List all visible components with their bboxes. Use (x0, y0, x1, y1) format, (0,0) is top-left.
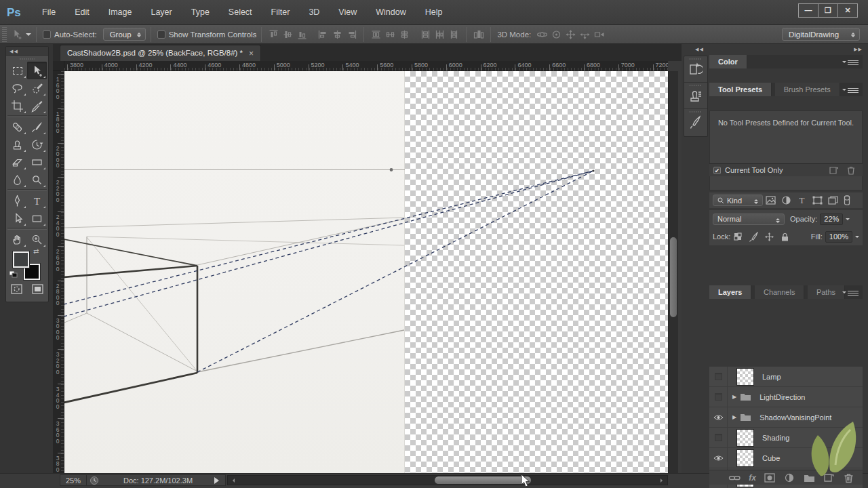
maximize-button[interactable]: ❐ (818, 3, 838, 18)
distribute-right-edges-icon[interactable] (448, 29, 460, 40)
layer-row-lamp[interactable]: Lamp (709, 367, 863, 387)
lasso-tool[interactable] (7, 79, 27, 97)
distribute-vertical-centers-icon[interactable] (384, 29, 396, 40)
horizontal-scrollbar-thumb[interactable] (435, 476, 531, 484)
minimize-button[interactable]: — (798, 3, 818, 18)
lock-position-icon[interactable] (764, 232, 775, 242)
3d-orbit-icon[interactable] (536, 29, 548, 40)
filter-kind-dropdown[interactable]: Kind (713, 195, 763, 206)
distribute-bottom-edges-icon[interactable] (399, 29, 410, 40)
rectangular-marquee-tool[interactable] (7, 62, 27, 79)
fill-value-field[interactable]: 100% (825, 231, 852, 243)
document-size-info[interactable]: Doc: 127.2M/102.3M (102, 476, 214, 485)
layer-visibility-toggle[interactable] (709, 407, 728, 427)
collapse-panels-icon[interactable]: ◀◀ (695, 44, 704, 54)
vertical-scrollbar[interactable] (668, 71, 678, 473)
align-horizontal-centers-icon[interactable] (332, 29, 343, 40)
layer-thumbnail[interactable] (736, 449, 754, 467)
quick-selection-tool[interactable] (27, 79, 47, 97)
tab-layers[interactable]: Layers (709, 285, 751, 299)
rectangle-shape-tool[interactable] (27, 209, 47, 227)
align-bottom-edges-icon[interactable] (296, 29, 308, 40)
filter-shape-layers-icon[interactable] (812, 195, 823, 205)
group-expand-triangle-icon[interactable]: ▶ (732, 414, 736, 420)
status-popup-arrow-icon[interactable] (214, 477, 222, 484)
panel-menu-icon[interactable] (848, 289, 859, 296)
default-colors-icon[interactable] (9, 270, 18, 279)
tab-tool-presets[interactable]: Tool Presets (709, 83, 772, 96)
canvas-area[interactable] (64, 71, 668, 473)
dodge-tool[interactable] (27, 171, 47, 188)
options-grip[interactable] (2, 27, 7, 42)
document-tab[interactable]: CastShadow2B.psd @ 25% (BackFace, RGB/8#… (60, 45, 261, 61)
filter-type-layers-icon[interactable]: T (796, 195, 808, 205)
hand-tool[interactable] (7, 230, 27, 248)
fill-slider-arrow-icon[interactable] (855, 236, 859, 240)
clone-stamp-tool[interactable] (7, 136, 27, 153)
auto-select-checkbox[interactable] (43, 30, 51, 39)
menu-file[interactable]: File (33, 0, 65, 25)
tab-close-icon[interactable]: × (249, 50, 254, 57)
menu-edit[interactable]: Edit (65, 0, 99, 25)
vertical-scrollbar-thumb[interactable] (670, 237, 677, 317)
link-layers-icon[interactable] (728, 472, 741, 483)
menu-select[interactable]: Select (219, 0, 262, 25)
layer-name[interactable]: Lamp (762, 373, 781, 381)
opacity-slider-arrow-icon[interactable] (846, 218, 850, 222)
distribute-top-edges-icon[interactable] (370, 29, 382, 40)
brush-tool[interactable] (27, 118, 47, 136)
auto-select-target-dropdown[interactable]: Group (103, 28, 146, 41)
vertical-ruler[interactable]: 1 6 0 01 8 0 02 0 0 02 2 0 02 4 0 02 6 0… (53, 71, 64, 473)
layer-visibility-toggle[interactable] (709, 367, 728, 386)
pen-tool[interactable] (7, 192, 27, 209)
filter-smart-objects-icon[interactable] (827, 195, 839, 205)
group-expand-triangle-icon[interactable]: ▶ (732, 394, 736, 400)
eraser-tool[interactable] (7, 153, 27, 171)
filtering-toggle-switch[interactable] (844, 195, 850, 205)
opacity-value-field[interactable]: 22% (820, 214, 843, 225)
history-brush-tool[interactable] (27, 136, 47, 153)
distribute-horizontal-centers-icon[interactable] (434, 29, 446, 40)
lock-transparency-icon[interactable] (732, 232, 744, 242)
auto-align-layers-icon[interactable] (473, 29, 484, 40)
3d-slide-icon[interactable] (579, 29, 591, 40)
align-vertical-centers-icon[interactable] (282, 29, 294, 40)
panel-menu-icon[interactable] (848, 87, 859, 93)
horizontal-ruler[interactable]: 3800400042004400460048005000520054005600… (64, 61, 668, 71)
3d-pan-icon[interactable] (565, 29, 576, 40)
screen-mode-icon[interactable] (31, 283, 44, 296)
zoom-tool[interactable] (27, 230, 47, 248)
menu-view[interactable]: View (329, 0, 366, 25)
layer-name[interactable]: LightDirection (760, 393, 805, 401)
layer-thumbnail[interactable] (736, 429, 754, 447)
3d-roll-icon[interactable] (551, 29, 562, 40)
layer-visibility-toggle[interactable] (709, 428, 728, 447)
menu-type[interactable]: Type (182, 0, 219, 25)
tab-brush-presets[interactable]: Brush Presets (775, 83, 840, 96)
healing-brush-tool[interactable] (7, 118, 27, 136)
history-panel-button[interactable] (684, 56, 707, 83)
ruler-corner[interactable] (53, 61, 64, 71)
tab-paths[interactable]: Paths (808, 285, 845, 299)
3d-zoom-camera-icon[interactable] (593, 29, 605, 40)
menu-layer[interactable]: Layer (141, 0, 181, 25)
delete-preset-trash-icon[interactable] (846, 165, 856, 175)
tab-color[interactable]: Color (709, 55, 747, 68)
swap-colors-icon[interactable]: ⇄ (33, 247, 39, 255)
layer-row-lightdirection[interactable]: ▶LightDirection (709, 387, 863, 407)
workspace-switcher-dropdown[interactable]: DigitalDrawing (782, 28, 860, 41)
layer-style-fx-icon[interactable]: fx (749, 473, 756, 483)
show-transform-controls-checkbox[interactable] (157, 30, 165, 39)
menu-image[interactable]: Image (99, 0, 142, 25)
blur-tool[interactable] (7, 171, 27, 188)
lock-pixels-brush-icon[interactable] (748, 232, 760, 242)
gradient-tool[interactable] (27, 153, 47, 171)
foreground-color-swatch[interactable] (13, 251, 29, 268)
tool-preset-caret-icon[interactable] (26, 33, 31, 39)
menu-3d[interactable]: 3D (299, 0, 329, 25)
lock-all-padlock-icon[interactable] (779, 232, 791, 242)
layer-thumbnail[interactable] (736, 368, 754, 386)
quick-mask-mode-icon[interactable] (10, 283, 23, 296)
clone-source-panel-button[interactable] (684, 83, 707, 109)
scroll-right-arrow-icon[interactable] (660, 479, 665, 483)
